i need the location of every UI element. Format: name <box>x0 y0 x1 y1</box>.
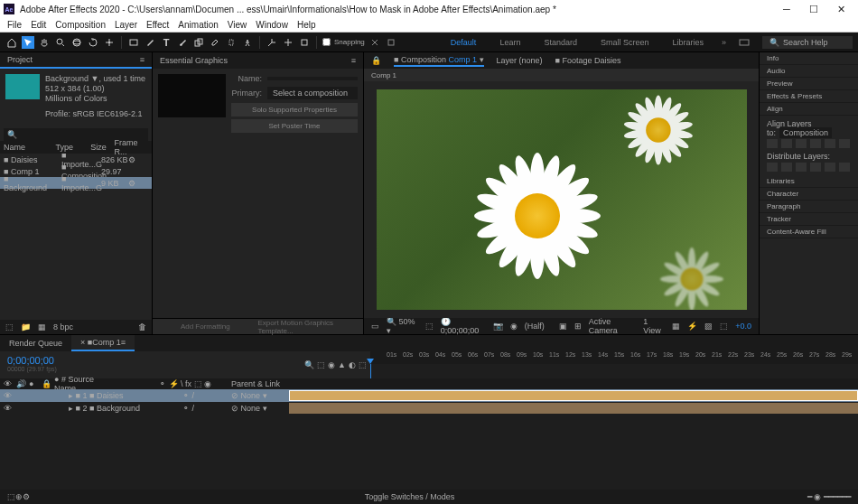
align-top-icon[interactable] <box>810 139 821 148</box>
search-icon[interactable]: 🔍 <box>304 360 314 369</box>
clone-tool[interactable] <box>192 36 205 49</box>
menu-edit[interactable]: Edit <box>31 20 46 30</box>
grid-icon[interactable]: ⊞ <box>574 322 582 331</box>
tl-icon[interactable]: ⬚ <box>359 360 367 369</box>
align-to-dropdown[interactable]: Composition <box>779 127 832 138</box>
minimize-button[interactable]: ─ <box>773 0 800 18</box>
rect-tool[interactable] <box>127 36 140 49</box>
viewer-canvas[interactable] <box>364 81 759 318</box>
menu-window[interactable]: Window <box>256 20 288 30</box>
eraser-tool[interactable] <box>209 36 221 49</box>
tl-icon[interactable]: ▲ <box>338 360 346 369</box>
tl-icon[interactable]: ◉ <box>328 360 335 369</box>
puppet-tool[interactable] <box>241 36 254 49</box>
tl-footer-icon[interactable]: ⊕ <box>15 492 23 501</box>
anchor-tool[interactable] <box>103 36 116 49</box>
resolution-icon[interactable]: ⬚ <box>425 322 434 331</box>
close-button[interactable]: ✕ <box>827 0 854 18</box>
workspace-learn[interactable]: Learn <box>494 36 526 49</box>
exposure-value[interactable]: +0.0 <box>735 322 751 331</box>
roi-icon[interactable]: ▣ <box>559 322 567 331</box>
hand-tool[interactable] <box>38 36 51 49</box>
info-panel[interactable]: Info <box>760 52 858 65</box>
name-field[interactable] <box>267 77 358 80</box>
home-tool[interactable] <box>5 36 18 49</box>
dist-left-icon[interactable] <box>810 163 821 172</box>
dist-right-icon[interactable] <box>839 163 850 172</box>
timeline-layer-row[interactable]: 👁 ▸ ■ 2 ■ Background ⚬ / ⊘ None ▾ <box>0 402 858 415</box>
timeline-ruler[interactable]: 01s02s03s04s05s06s07s08s09s10s11s12s13s1… <box>370 351 858 364</box>
layer-tab[interactable]: Layer (none) <box>497 56 543 65</box>
tracker-panel[interactable]: Tracker <box>760 213 858 226</box>
comp-icon[interactable]: ▦ <box>38 322 46 331</box>
solo-button[interactable]: Solo Supported Properties <box>231 103 358 117</box>
view-dropdown[interactable]: 1 View <box>643 317 665 335</box>
comp-tab[interactable]: ■ Composition Comp 1 ▾ <box>394 55 484 67</box>
transparency-icon[interactable]: ▨ <box>704 322 713 331</box>
preview-panel[interactable]: Preview <box>760 78 858 90</box>
menu-effect[interactable]: Effect <box>146 20 169 30</box>
workspace-more-icon[interactable]: » <box>722 38 726 47</box>
footage-tab[interactable]: ■ Footage Daisies <box>555 56 621 65</box>
tl-footer-icon[interactable]: ⚙ <box>23 492 30 501</box>
time-display[interactable]: 🕐 0;00;00;00 <box>441 317 486 335</box>
dist-bottom-icon[interactable] <box>796 163 807 172</box>
snapping-checkbox[interactable] <box>322 38 331 46</box>
align-vcenter-icon[interactable] <box>825 139 835 148</box>
pixel-aspect-icon[interactable]: ▦ <box>672 322 680 331</box>
menu-view[interactable]: View <box>228 20 247 30</box>
timeline-layer-row[interactable]: 👁 ▸ ■ 1 ■ Daisies ⚬ / ⊘ None ▾ <box>0 389 858 402</box>
camera-dropdown[interactable]: Active Camera <box>589 317 637 335</box>
effects-panel[interactable]: Effects & Presets <box>760 90 858 103</box>
selection-tool[interactable] <box>22 36 34 49</box>
export-mogrt-button[interactable]: Export Motion Graphics Template... <box>258 319 364 334</box>
world-axis-icon[interactable] <box>282 36 294 49</box>
add-formatting-button[interactable]: Add Formatting <box>153 319 258 334</box>
text-tool[interactable]: T <box>160 36 173 49</box>
roto-tool[interactable] <box>225 36 238 49</box>
toggle-switches-button[interactable]: Toggle Switches / Modes <box>365 492 455 501</box>
menu-help[interactable]: Help <box>297 20 316 30</box>
snapshot-icon[interactable]: 📷 <box>493 322 503 331</box>
audio-panel[interactable]: Audio <box>760 65 858 78</box>
interpret-icon[interactable]: ⬚ <box>5 322 14 331</box>
fast-preview-icon[interactable]: ⚡ <box>687 322 697 331</box>
libraries-panel[interactable]: Libraries <box>760 175 858 188</box>
sync-icon[interactable] <box>739 37 750 48</box>
snap-edge-icon[interactable] <box>385 36 397 49</box>
dist-vcenter-icon[interactable] <box>781 163 792 172</box>
essential-tab[interactable]: Essential Graphics≡ <box>153 52 363 69</box>
workspace-libraries[interactable]: Libraries <box>667 36 709 49</box>
menu-file[interactable]: File <box>7 20 22 30</box>
maximize-button[interactable]: ☐ <box>800 0 827 18</box>
bpc-button[interactable]: 8 bpc <box>53 322 73 331</box>
orbit-tool[interactable] <box>70 36 83 49</box>
character-panel[interactable]: Character <box>760 188 858 201</box>
lock-icon[interactable]: 🔒 <box>371 56 381 65</box>
zoom-tool[interactable] <box>54 36 67 49</box>
folder-icon[interactable]: 📁 <box>21 322 31 331</box>
align-hcenter-icon[interactable] <box>781 139 792 148</box>
dist-hcenter-icon[interactable] <box>825 163 835 172</box>
dist-top-icon[interactable] <box>767 163 778 172</box>
primary-dropdown[interactable]: Select a composition <box>267 87 358 99</box>
caf-panel[interactable]: Content-Aware Fill <box>760 226 858 238</box>
snap-icon[interactable] <box>368 36 381 49</box>
3d-icon[interactable]: ⬚ <box>720 322 728 331</box>
resolution-dropdown[interactable]: (Half) <box>525 322 545 331</box>
align-left-icon[interactable] <box>767 139 778 148</box>
align-bottom-icon[interactable] <box>839 139 850 148</box>
tl-icon[interactable]: ◐ <box>349 360 356 369</box>
align-panel[interactable]: Align <box>760 103 858 116</box>
pen-tool[interactable] <box>144 36 156 49</box>
project-tab[interactable]: Project≡ <box>0 52 152 69</box>
paragraph-panel[interactable]: Paragraph <box>760 201 858 213</box>
comp1-tab[interactable]: × ■ Comp 1 ≡ <box>71 335 135 351</box>
playhead[interactable] <box>370 364 371 378</box>
rotation-tool[interactable] <box>87 36 99 49</box>
current-time[interactable]: 0;00;00;00 <box>7 355 282 366</box>
project-row[interactable]: ■ Background■ Importe...G9 KB⚙ <box>0 177 152 189</box>
tl-footer-icon[interactable]: ⬚ <box>7 492 15 501</box>
channel-icon[interactable]: ◉ <box>510 322 518 331</box>
poster-button[interactable]: Set Poster Time <box>231 119 358 133</box>
